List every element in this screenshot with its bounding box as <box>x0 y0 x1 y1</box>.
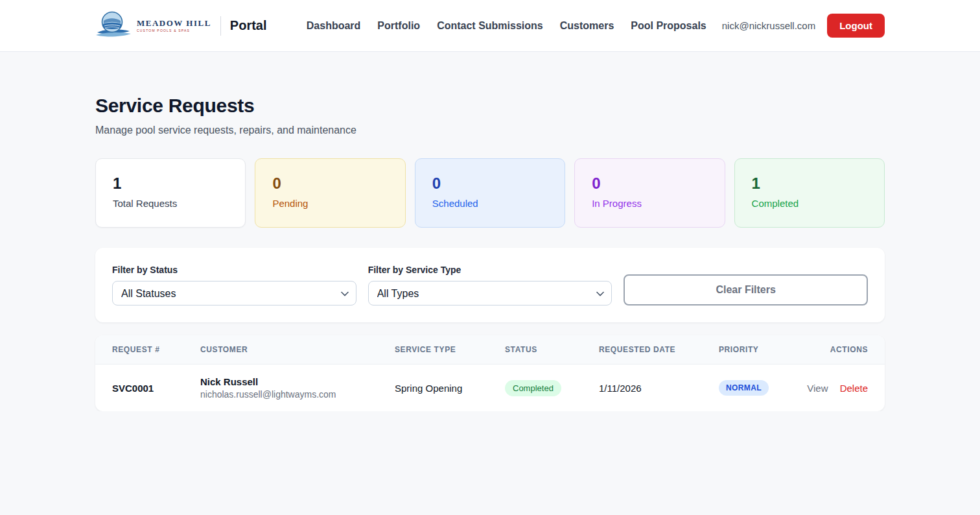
col-header-service-type: Service Type <box>384 335 495 365</box>
nav-item-contact-submissions[interactable]: Contact Submissions <box>437 20 543 32</box>
stat-value: 1 <box>113 174 228 193</box>
stat-card-scheduled: 0 Scheduled <box>415 158 565 228</box>
stat-value: 1 <box>752 174 867 193</box>
stat-label: In Progress <box>592 198 707 209</box>
clear-filters-button[interactable]: Clear Filters <box>624 274 868 305</box>
stat-card-completed: 1 Completed <box>734 158 885 228</box>
table-header-row: Request # Customer Service Type Status R… <box>95 335 885 365</box>
stat-label: Completed <box>752 198 867 209</box>
stat-card-total-requests: 1 Total Requests <box>95 158 246 228</box>
col-header-requested-date: Requested Date <box>589 335 708 365</box>
service-requests-table-card: Request # Customer Service Type Status R… <box>95 335 885 411</box>
page-head: Service Requests Manage pool service req… <box>95 95 885 136</box>
stat-label: Scheduled <box>432 198 548 209</box>
main-content: Service Requests Manage pool service req… <box>95 95 885 411</box>
nav-item-customers[interactable]: Customers <box>560 20 614 32</box>
col-header-priority: Priority <box>708 335 789 365</box>
col-header-actions: Actions <box>789 335 885 365</box>
nav-item-dashboard[interactable]: Dashboard <box>307 20 361 32</box>
service-type: Spring Opening <box>384 365 495 412</box>
brand-name: Meadow Hill <box>137 19 211 28</box>
priority-badge: NORMAL <box>719 380 769 396</box>
col-header-status: Status <box>495 335 589 365</box>
col-header-customer: Customer <box>190 335 384 365</box>
meadow-hill-logo-icon <box>95 10 132 42</box>
nav-item-portfolio[interactable]: Portfolio <box>377 20 420 32</box>
header-right: nick@nickrussell.com Logout <box>722 14 885 38</box>
stat-cards: 1 Total Requests 0 Pending 0 Scheduled 0… <box>95 158 885 228</box>
stat-value: 0 <box>432 174 548 193</box>
filter-status-group: Filter by Status All Statuses <box>112 265 356 305</box>
top-header: Meadow Hill Custom Pools & Spas Portal D… <box>0 0 980 52</box>
filter-type-group: Filter by Service Type All Types <box>368 265 612 305</box>
portal-title: Portal <box>230 18 267 33</box>
service-requests-table: Request # Customer Service Type Status R… <box>95 335 885 411</box>
logout-button[interactable]: Logout <box>827 14 885 38</box>
brand-logo-text: Meadow Hill Custom Pools & Spas <box>137 19 211 33</box>
customer-name: Nick Russell <box>200 376 374 387</box>
page-subtitle: Manage pool service requests, repairs, a… <box>95 125 885 136</box>
service-type-filter-select[interactable]: All Types <box>368 281 612 305</box>
customer-email: nicholas.russell@lightwayms.com <box>200 389 374 400</box>
delete-action-link[interactable]: Delete <box>840 383 868 394</box>
status-cell: Completed <box>495 365 589 412</box>
customer-cell: Nick Russell nicholas.russell@lightwayms… <box>190 365 384 412</box>
nav-item-pool-proposals[interactable]: Pool Proposals <box>631 20 706 32</box>
page-title: Service Requests <box>95 95 885 117</box>
main-nav: Dashboard Portfolio Contact Submissions … <box>307 20 706 32</box>
brand-logo[interactable]: Meadow Hill Custom Pools & Spas <box>95 10 211 42</box>
request-id: SVC0001 <box>95 365 190 412</box>
stat-value: 0 <box>272 174 388 193</box>
user-email: nick@nickrussell.com <box>722 20 815 31</box>
stat-label: Total Requests <box>113 198 228 209</box>
requested-date: 1/11/2026 <box>589 365 708 412</box>
brand-tagline: Custom Pools & Spas <box>137 29 211 33</box>
stat-card-pending: 0 Pending <box>255 158 405 228</box>
col-header-request: Request # <box>95 335 190 365</box>
table-row: SVC0001 Nick Russell nicholas.russell@li… <box>95 365 885 412</box>
priority-cell: NORMAL <box>708 365 789 412</box>
brand-divider <box>220 16 221 36</box>
stat-label: Pending <box>272 198 388 209</box>
stat-card-in-progress: 0 In Progress <box>574 158 725 228</box>
actions-cell: View Delete <box>789 365 885 412</box>
status-filter-select[interactable]: All Statuses <box>112 281 356 305</box>
brand: Meadow Hill Custom Pools & Spas Portal <box>95 10 267 42</box>
stat-value: 0 <box>592 174 707 193</box>
filter-status-label: Filter by Status <box>112 265 356 275</box>
filter-type-label: Filter by Service Type <box>368 265 612 275</box>
view-action-link[interactable]: View <box>807 383 828 394</box>
filters-panel: Filter by Status All Statuses Filter by … <box>95 248 885 322</box>
status-badge: Completed <box>505 380 561 396</box>
